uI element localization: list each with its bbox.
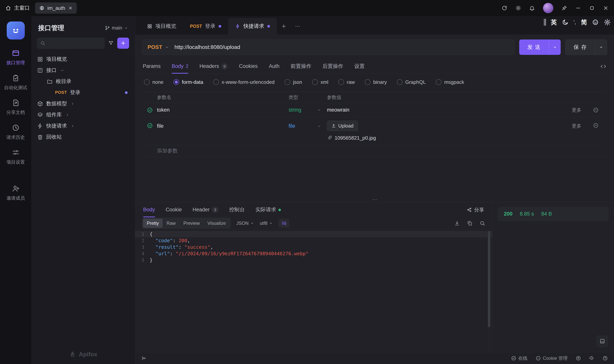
save-button[interactable]: 保 存 xyxy=(565,39,607,55)
word-wrap-toggle[interactable] xyxy=(279,219,289,228)
encoding-select[interactable]: utf8 xyxy=(260,220,273,226)
more-button[interactable]: 更多 xyxy=(572,107,593,113)
add-api-button[interactable] xyxy=(117,38,129,49)
tree-item-apis[interactable]: 接口 xyxy=(31,65,135,76)
search-input[interactable] xyxy=(37,38,105,49)
resp-tab-header[interactable]: Header 3 xyxy=(193,202,219,217)
row-enabled-checkbox[interactable] xyxy=(143,107,157,113)
help-icon[interactable] xyxy=(602,356,608,361)
minimize-icon[interactable] xyxy=(575,5,581,11)
ime-handle[interactable] xyxy=(544,19,546,26)
remove-row-button[interactable] xyxy=(593,121,606,128)
upload-button[interactable]: Upload xyxy=(327,121,358,131)
chevron-right-icon[interactable] xyxy=(70,102,75,106)
search-icon[interactable] xyxy=(480,220,485,226)
filter-icon[interactable] xyxy=(108,40,114,46)
tab-auth[interactable]: Auth xyxy=(269,59,280,73)
resp-tab-body[interactable]: Body xyxy=(143,202,155,217)
tab-project-overview[interactable]: 项目概览 xyxy=(140,18,183,35)
upgrade-icon[interactable] xyxy=(576,356,581,361)
save-options-caret[interactable] xyxy=(595,40,607,55)
bodytype-json[interactable]: json xyxy=(285,79,302,86)
tree-item-root-folder[interactable]: 根目录 xyxy=(31,76,135,87)
add-param-row[interactable]: 添加参数 xyxy=(143,145,606,157)
tree-item-quick-requests[interactable]: 快捷请求 xyxy=(31,120,135,131)
method-select[interactable]: POST xyxy=(142,43,174,51)
tab-headers[interactable]: Headers 9 xyxy=(199,59,228,73)
tree-item-project-overview[interactable]: 项目概览 xyxy=(31,54,135,65)
rail-item-share-docs[interactable]: 分享文档 xyxy=(7,99,25,116)
param-type-select[interactable]: file xyxy=(289,121,327,130)
ime-settings-gear-icon[interactable] xyxy=(604,19,611,26)
param-type-select[interactable]: string xyxy=(289,106,327,114)
close-window-icon[interactable] xyxy=(603,5,609,11)
tab-settings[interactable]: 设置 xyxy=(354,59,365,73)
send-options-caret[interactable] xyxy=(549,39,561,55)
tab-post-login[interactable]: POST 登录 xyxy=(183,18,228,35)
online-status[interactable]: 在线 xyxy=(511,355,527,362)
emoji-smile-icon[interactable] xyxy=(592,19,599,26)
window-tab-im-auth[interactable]: im_auth xyxy=(35,2,77,14)
pin-window-icon[interactable] xyxy=(561,5,567,11)
tab-quick-request[interactable]: 快捷请求 xyxy=(228,18,277,35)
bodytype-none[interactable]: none xyxy=(144,79,163,86)
code-view-icon[interactable] xyxy=(600,63,606,69)
bodytype-form-data[interactable]: form-data xyxy=(174,79,203,86)
url-input[interactable] xyxy=(174,44,514,50)
ime-simplified-toggle[interactable]: 简 xyxy=(581,18,587,27)
bodytype-urlencoded[interactable]: x-www-form-urlencoded xyxy=(213,79,275,86)
sync-icon[interactable] xyxy=(502,5,507,11)
tab-cookies[interactable]: Cookies xyxy=(239,59,258,73)
bodytype-binary[interactable]: binary xyxy=(365,79,387,86)
remove-row-button[interactable] xyxy=(593,107,606,113)
pane-splitter[interactable] xyxy=(135,197,614,202)
new-tab-button[interactable] xyxy=(277,18,291,35)
notifications-bell-icon[interactable] xyxy=(529,5,535,11)
rail-item-api-manage[interactable]: 接口管理 xyxy=(7,49,25,66)
tree-item-recycle-bin[interactable]: 回收站 xyxy=(31,131,135,143)
app-logo[interactable] xyxy=(7,22,25,39)
chevron-right-icon[interactable] xyxy=(65,113,69,117)
share-button[interactable]: 分享 xyxy=(467,206,484,213)
main-window-button[interactable]: 主窗口 xyxy=(5,4,30,12)
param-name[interactable]: file xyxy=(157,121,289,130)
copy-icon[interactable] xyxy=(467,220,473,226)
settings-gear-icon[interactable] xyxy=(515,5,521,11)
view-raw[interactable]: Raw xyxy=(163,219,180,228)
chevron-right-icon[interactable] xyxy=(70,124,75,128)
tree-item-login-api[interactable]: POST 登录 xyxy=(31,87,135,98)
view-preview[interactable]: Preview xyxy=(180,219,204,228)
resp-tab-actual-request[interactable]: 实际请求 xyxy=(255,202,281,217)
param-name[interactable]: token xyxy=(157,106,289,114)
maximize-icon[interactable] xyxy=(589,5,595,11)
tab-body[interactable]: Body 2 xyxy=(172,59,188,73)
bodytype-msgpack[interactable]: msgpack xyxy=(436,79,464,86)
user-avatar[interactable] xyxy=(543,3,553,13)
rail-item-request-history[interactable]: 请求历史 xyxy=(7,124,25,141)
resp-tab-console[interactable]: 控制台 xyxy=(229,202,245,217)
tab-pre-ops[interactable]: 前置操作 xyxy=(291,59,311,73)
param-value[interactable]: meowrain xyxy=(327,106,572,114)
tree-item-component-library[interactable]: 组件库 xyxy=(31,109,135,120)
bodytype-xml[interactable]: xml xyxy=(312,79,328,86)
view-pretty[interactable]: Pretty xyxy=(143,219,163,228)
cookie-manager-button[interactable]: Cookie 管理 xyxy=(535,355,568,362)
chevron-down-icon[interactable] xyxy=(60,68,64,73)
tab-params[interactable]: Params xyxy=(143,59,160,73)
view-visualize[interactable]: Visualize xyxy=(204,219,230,228)
more-button[interactable]: 更多 xyxy=(572,121,593,129)
rail-item-invite-members[interactable]: 邀请成员 xyxy=(7,184,25,201)
resp-tab-cookie[interactable]: Cookie xyxy=(166,202,182,217)
format-select[interactable]: JSON xyxy=(236,220,254,226)
rail-item-project-settings[interactable]: 项目设置 xyxy=(7,148,25,165)
branch-selector[interactable]: main xyxy=(105,25,128,31)
ime-punctuation-toggle[interactable]: ’, xyxy=(574,19,576,26)
send-button[interactable]: 发 送 xyxy=(519,39,561,55)
scrollbar-thumb[interactable] xyxy=(488,231,490,327)
close-tab-icon[interactable] xyxy=(68,6,73,10)
collapse-sidebar-icon[interactable] xyxy=(141,355,147,361)
tree-item-data-models[interactable]: 数据模型 xyxy=(31,98,135,109)
feedback-icon[interactable] xyxy=(589,356,594,361)
ime-language-toggle[interactable]: 英 xyxy=(551,18,557,27)
moon-icon[interactable] xyxy=(562,19,569,26)
